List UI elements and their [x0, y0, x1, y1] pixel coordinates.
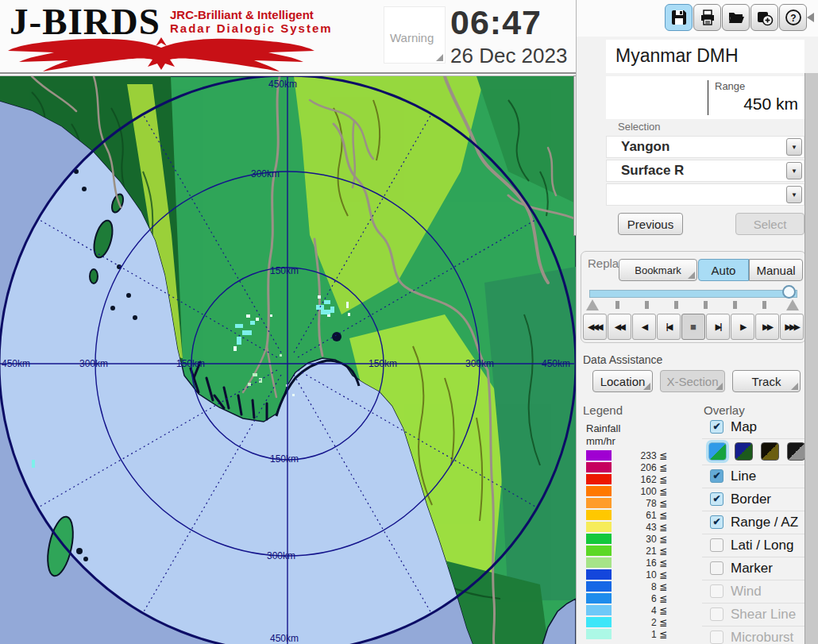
map-style-option-1[interactable] [708, 442, 727, 461]
overlay-item-shear-line: Shear Line [702, 604, 808, 627]
jump-end-button[interactable]: ▶▶▶ [780, 314, 804, 340]
map-style-option-4[interactable] [787, 442, 805, 461]
legend-value: 2 ≦ [651, 617, 667, 628]
legend-row: 6 ≦ [586, 592, 667, 604]
corner-fold-icon [791, 383, 798, 390]
slider-tick [704, 301, 708, 309]
legend-row: 43 ≦ [586, 521, 667, 533]
corner-fold-icon [436, 54, 443, 61]
legend-value: 6 ≦ [651, 593, 667, 604]
checkbox [710, 607, 723, 621]
stop-button[interactable]: ■ [681, 314, 705, 340]
map-style-option-3[interactable] [761, 442, 779, 461]
corner-fold-icon [716, 383, 723, 390]
location-label: Location [600, 375, 646, 388]
step-forward-button[interactable]: ▶| [706, 314, 730, 340]
legend-swatch [586, 581, 612, 592]
legend-swatch [586, 510, 612, 520]
track-label: Track [752, 375, 781, 388]
legend-swatch [586, 569, 612, 580]
location-button[interactable]: Location [592, 370, 653, 392]
chevron-down-icon[interactable]: ▼ [786, 138, 802, 156]
chevron-down-icon[interactable]: ▼ [786, 162, 802, 179]
toolbar: ? [665, 4, 807, 31]
select-button[interactable]: Select [735, 213, 804, 235]
legend-row: 2 ≦ [586, 616, 667, 628]
help-button[interactable]: ? [779, 4, 807, 31]
slider-tick [733, 301, 737, 309]
control-panel: ? Myanmar DMH Range 450 km Selection Yan… [576, 0, 818, 644]
legend-swatch [586, 522, 612, 532]
checkbox[interactable]: ✔ [710, 492, 723, 506]
legend-swatch [586, 450, 612, 461]
radar-map-display[interactable]: 450km 300km 150km 150km 300km 450km 450k… [0, 75, 576, 644]
svg-text:450km: 450km [270, 633, 299, 644]
print-button[interactable] [693, 4, 721, 31]
checkbox[interactable]: ✔ [710, 515, 723, 529]
play-button[interactable]: ▶ [731, 314, 754, 340]
checkbox[interactable] [710, 561, 723, 575]
legend-value: 4 ≦ [651, 605, 667, 616]
save-button[interactable] [665, 4, 693, 31]
jump-start-button[interactable]: ◀◀◀ [583, 314, 607, 340]
panel-collapse-arrow-icon[interactable] [807, 13, 814, 22]
checkbox[interactable]: ✔ [710, 420, 723, 434]
eagle-logo-icon [6, 35, 318, 71]
warning-button[interactable]: Warning [384, 6, 446, 64]
map-style-option-2[interactable] [735, 442, 753, 461]
checkbox[interactable]: ✔ [710, 469, 723, 483]
overlay-item-border[interactable]: ✔Border [702, 488, 808, 511]
legend-swatch [586, 593, 612, 604]
open-folder-button[interactable] [722, 4, 750, 31]
overlay-item-lati-long[interactable]: Lati / Long [702, 534, 808, 557]
bookmark-label: Bookmark [635, 264, 681, 276]
range-label: Range [715, 80, 745, 92]
checkbox[interactable] [710, 538, 723, 552]
logo-subtitle-line2: Radar Dialogic System [170, 21, 333, 35]
slider-tick [615, 301, 619, 309]
slider-end-marker [786, 299, 799, 310]
overlay-item-label: Wind [731, 584, 762, 600]
product-dropdown[interactable]: Surface R ▼ [606, 160, 804, 182]
play-reverse-button[interactable]: ◀ [632, 314, 656, 340]
bookmark-button[interactable]: Bookmark [619, 259, 697, 281]
overlay-item-label: Marker [731, 561, 773, 577]
legend-swatch [586, 546, 612, 556]
overlay-item-range-az[interactable]: ✔Range / AZ [702, 511, 808, 534]
rainfall-legend: 233 ≦206 ≦162 ≦100 ≦78 ≦61 ≦43 ≦30 ≦21 ≦… [586, 449, 667, 640]
legend-swatch [586, 462, 612, 472]
previous-button[interactable]: Previous [618, 213, 683, 235]
legend-value: 10 ≦ [646, 569, 667, 580]
legend-value: 16 ≦ [646, 557, 667, 569]
overlay-item-line[interactable]: ✔Line [702, 465, 808, 488]
x-section-button[interactable]: X-Section [660, 370, 725, 392]
printer-icon [699, 9, 716, 26]
overlay-item-marker[interactable]: Marker [702, 557, 808, 580]
fast-forward-button[interactable]: ▶▶ [755, 314, 779, 340]
folder-icon [727, 9, 745, 26]
site-dropdown-value: Yangon [621, 139, 669, 155]
slider-start-marker [586, 299, 599, 310]
site-dropdown[interactable]: Yangon ▼ [606, 136, 804, 158]
overlay-item-label: Map [731, 419, 757, 435]
step-back-button[interactable]: |◀ [657, 314, 681, 340]
checkbox [710, 584, 723, 598]
station-name: Myanmar DMH [615, 45, 739, 67]
chevron-down-icon[interactable]: ▼ [786, 186, 802, 203]
overlay-item-map[interactable]: ✔Map [702, 416, 808, 439]
panel-scrollbar[interactable] [804, 73, 818, 644]
auto-mode-button[interactable]: Auto [698, 259, 749, 281]
track-button[interactable]: Track [732, 370, 801, 392]
legend-row: 16 ≦ [586, 557, 667, 569]
extra-dropdown[interactable]: ▼ [606, 183, 804, 206]
add-image-button[interactable] [750, 4, 778, 31]
range-value: 450 km [743, 94, 798, 114]
svg-text:?: ? [790, 13, 796, 24]
fast-rewind-button[interactable]: ◀◀ [608, 314, 631, 340]
legend-value: 206 ≦ [641, 462, 667, 473]
replay-slider-track[interactable] [589, 290, 797, 298]
svg-text:450km: 450km [2, 358, 30, 369]
legend-swatch [586, 605, 612, 615]
manual-mode-button[interactable]: Manual [749, 259, 803, 281]
replay-slider-thumb[interactable] [782, 285, 796, 299]
